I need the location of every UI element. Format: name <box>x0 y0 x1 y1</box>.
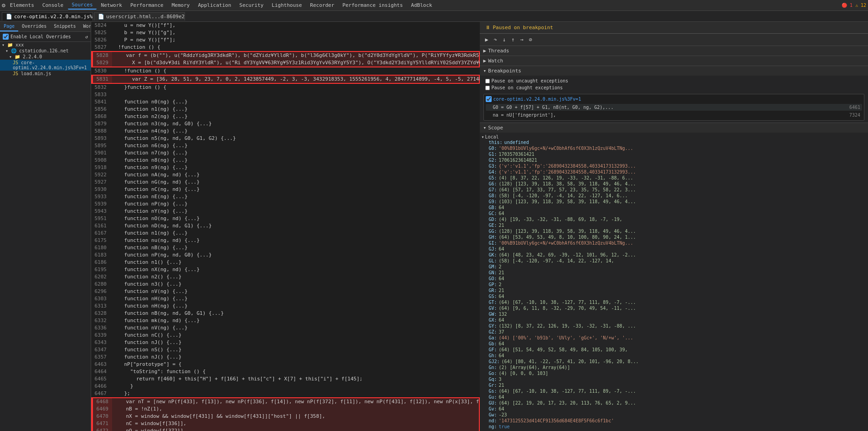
code-line-5927: 5927 function nG(ng, nd) {...} <box>91 179 480 186</box>
line-content-6466: } <box>110 383 480 390</box>
line-content-6186: function n1() {...} <box>110 259 480 266</box>
recorder-menu[interactable]: Recorder <box>307 1 338 9</box>
tree-host[interactable]: ▾ 🌐 cstaticdun.126.net <box>0 48 91 54</box>
scope-content: ▾ Local this: undefined G0: '00%B91bUVly… <box>480 133 868 431</box>
tab-code-file[interactable]: 📄 core-optimi.v2.2.0.min.js%3Fv=1 ✕ <box>2 12 93 21</box>
scope-section: ▾ Scope ▾ Local this: undefined <box>480 123 868 431</box>
lighthouse-menu[interactable]: Lighthouse <box>268 1 305 9</box>
line-num-5879: 5879 <box>91 120 110 128</box>
enable-overrides-checkbox[interactable] <box>3 34 9 40</box>
step-over-btn[interactable]: ↷ <box>492 36 499 44</box>
line-num-6180: 6180 <box>91 244 110 251</box>
scope-var-G7: G7: (64) [57, 17, 33, 77, 57, 23, 35, 75… <box>487 187 867 193</box>
performance-insights-menu[interactable]: Performance insights <box>339 1 406 9</box>
breakpoints-header[interactable]: ▾ Breakpoints <box>480 66 868 76</box>
watch-header[interactable]: ▶ Watch <box>480 56 868 66</box>
page-tab[interactable]: Page <box>0 22 18 31</box>
line-num-6161: 6161 <box>91 222 110 230</box>
step-into-btn[interactable]: ↓ <box>501 36 508 44</box>
bp-item-0[interactable]: G0 = G0 + f[57] + G1, n8(nt, G0, ng, G2)… <box>486 104 863 111</box>
line-content-6175: function nu(ng, nd) {...} <box>110 237 480 244</box>
breakpoints-content: Pause on uncaught exceptions Pause on ca… <box>480 76 868 123</box>
tree-file-load[interactable]: JS load.min.js <box>0 71 91 77</box>
line-num-6469: 6469 <box>93 405 112 413</box>
code-line-5943: 5943 function nY(ng) {...} <box>91 208 480 215</box>
scope-var-G6: G6: (128) [123, 39, 118, 38, 58, 39, 118… <box>487 181 867 187</box>
code-line-5908: 5908 function n8(ng) {...} <box>91 157 480 164</box>
bp-item-1-row: na = nU['fingerprint'], 7324 <box>493 113 861 118</box>
scope-var-G1: G1: 1703570361421 <box>487 151 867 157</box>
tree-root[interactable]: ▾ 📁 xxx <box>0 42 91 48</box>
code-line-6313: 6313 function nH(ng) {...} <box>91 303 480 310</box>
code-editor[interactable]: 5824 u = new Y()["f"],5825 b = new Y()["… <box>91 22 480 431</box>
scope-var-GR: GR: 21 <box>487 287 867 293</box>
scope-header[interactable]: ▾ Scope <box>480 123 868 133</box>
tree-file-core[interactable]: JS core-optimi.v2.24.0.min.js%3Fv=1 <box>0 60 91 71</box>
line-num-6303: 6303 <box>91 295 110 303</box>
sidebar-tab-bar: Page Overrides Snippets Workspace » <box>0 22 91 32</box>
resume-btn[interactable]: ▶ <box>483 36 490 44</box>
console-menu[interactable]: Console <box>39 1 67 9</box>
line-num-6347: 6347 <box>91 346 110 354</box>
code-line-5888: 5888 function n4(ng) {...} <box>91 128 480 135</box>
bp-file-check[interactable] <box>486 96 492 102</box>
line-num-6296: 6296 <box>91 288 110 295</box>
line-content-5830: !function () { <box>110 67 480 75</box>
application-menu[interactable]: Application <box>195 1 235 9</box>
sources-sidebar: Page Overrides Snippets Workspace » Enab… <box>0 22 91 431</box>
deactivate-btn[interactable]: ⊘ <box>527 36 534 44</box>
step-out-btn[interactable]: ↑ <box>509 36 516 44</box>
tab-icon2: 📄 <box>98 14 104 20</box>
network-menu[interactable]: Network <box>98 1 126 9</box>
scope-var-GH: GH: (64) [53, 49, 53, 49, 8, 10, 100, 80… <box>487 234 867 240</box>
memory-menu[interactable]: Memory <box>168 1 194 9</box>
scope-var-GK: GK: (64) [48, 23, 42, 69, -39, -12, 101,… <box>487 252 867 258</box>
refresh-icon[interactable]: ↺ <box>85 34 88 39</box>
scope-var-Gr: Gr: 21 <box>487 382 867 388</box>
pause-uncaught-checkbox[interactable] <box>485 79 490 83</box>
sources-menu[interactable]: Sources <box>68 1 96 10</box>
line-num-6336: 6336 <box>91 324 110 332</box>
code-line-5879: 5879 function n3(ng, nd, G0) {...} <box>91 120 480 128</box>
code-line-5825: 5825 b = new Y()["g"], <box>91 29 480 36</box>
line-content-6347: function nS() {...} <box>110 346 480 354</box>
line-num-5830: 5830 <box>91 67 110 75</box>
snippets-tab[interactable]: Snippets <box>50 22 79 31</box>
code-line-5930: 5930 function nC(ng, nd) {...} <box>91 186 480 193</box>
security-menu[interactable]: Security <box>236 1 267 9</box>
line-num-5827: 5827 <box>91 44 110 51</box>
code-line-6343: 6343 function nJ() {...} <box>91 339 480 346</box>
code-line-5918: 5918 function n9(ng) {...} <box>91 164 480 171</box>
threads-header[interactable]: ▶ Threads <box>480 46 868 56</box>
line-content-5826: P = new Y()["f"]; <box>110 36 480 44</box>
step-btn[interactable]: → <box>518 36 525 44</box>
line-content-6336: function nV(ng) {...} <box>110 324 480 332</box>
line-num-6280: 6280 <box>91 281 110 288</box>
scope-var-GF: GF: (64) [51, 54, 49, 52, 58, 49, 84, 10… <box>487 347 867 353</box>
elements-menu[interactable]: Elements <box>6 1 38 9</box>
line-num-5893: 5893 <box>91 135 110 142</box>
code-line-6471: 6471 nC = window[f[336]], <box>92 420 479 427</box>
line-num-5895: 5895 <box>91 142 110 149</box>
debugger-sections: ▶ Threads ▶ Watch ▾ Breakpoints <box>480 46 868 431</box>
code-line-6303: 6303 function nH(ng) {...} <box>91 295 480 303</box>
workspace-tab[interactable]: Workspace <box>79 22 91 31</box>
bp-item-1[interactable]: na = nU['fingerprint'], 7324 <box>486 112 863 118</box>
code-line-6470: 6470 nX = window && window[f[431]] && wi… <box>92 413 479 420</box>
code-line-5939: 5939 function nP(ng) {...} <box>91 200 480 208</box>
performance-menu[interactable]: Performance <box>127 1 167 9</box>
error-count: 🔴 1 <box>842 3 853 8</box>
line-content-6463: nP["prototype"] = { <box>110 361 480 368</box>
watch-label: Watch <box>488 58 503 64</box>
adblock-menu[interactable]: AdBlock <box>407 1 436 9</box>
overrides-tab[interactable]: Overrides <box>18 22 50 31</box>
tree-version[interactable]: ▾ 📁 2.2.4.0 <box>0 54 91 60</box>
scope-var-G0: G0: '00%B91bUVly6gc+N/+wC0bhAf6sf€0X3h1z… <box>487 145 867 151</box>
code-line-6464: 6464 "toString": function () { <box>91 368 480 375</box>
warning-count: ⚠ 12 <box>855 3 866 8</box>
local-header[interactable]: ▾ Local <box>482 134 867 139</box>
pause-caught-checkbox[interactable] <box>485 86 490 90</box>
tab-userscript[interactable]: 📄 userscript.html...d-8609e25786ee ✕ <box>94 12 185 21</box>
scope-var-GN: GN: 21 <box>487 270 867 276</box>
scope-var-GS: GS: 64 <box>487 293 867 299</box>
